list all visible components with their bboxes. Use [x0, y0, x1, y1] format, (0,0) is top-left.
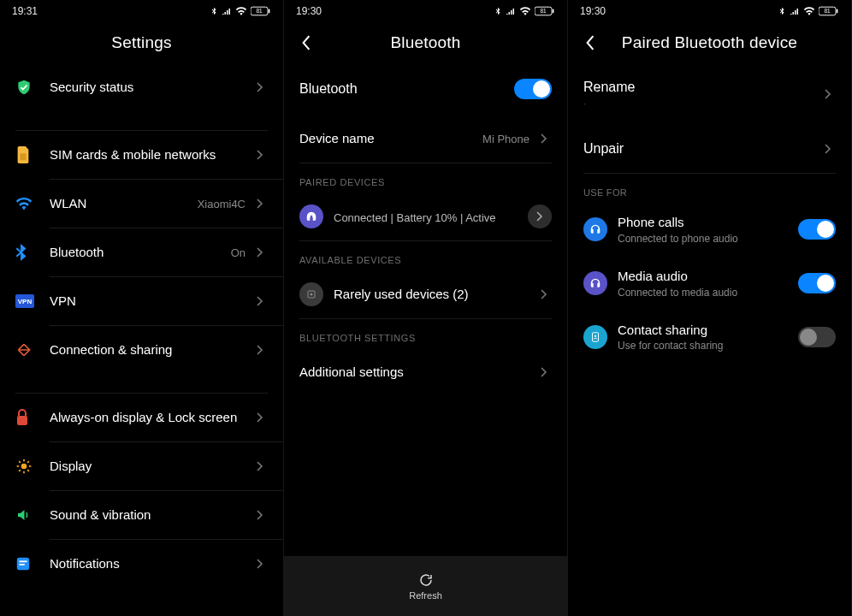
shield-icon	[15, 79, 33, 96]
sim-icon	[15, 146, 31, 163]
sound-row[interactable]: Sound & vibration	[0, 491, 283, 539]
svg-rect-15	[20, 560, 27, 562]
device-settings-button[interactable]	[528, 204, 552, 228]
wifi-icon	[519, 7, 531, 15]
svg-rect-1	[269, 9, 270, 14]
paired-header: Paired Bluetooth device	[568, 22, 851, 63]
svg-text:81: 81	[540, 8, 547, 14]
bluetooth-header: Bluetooth	[284, 22, 567, 63]
bluetooth-icon	[15, 244, 27, 261]
security-status-row[interactable]: Security status	[0, 63, 283, 111]
status-bar: 19:31 81	[0, 0, 283, 22]
status-icons: 81	[210, 6, 271, 16]
available-devices-section: AVAILABLE DEVICES	[284, 241, 567, 270]
status-time: 19:30	[580, 5, 606, 17]
additional-settings-row[interactable]: Additional settings	[284, 348, 567, 396]
bluetooth-list: Bluetooth Device name Mi Phone PAIRED DE…	[284, 63, 567, 556]
chevron-right-icon	[257, 247, 263, 258]
chevron-right-icon	[536, 211, 543, 222]
bluetooth-toggle[interactable]	[514, 79, 552, 99]
paired-device-row[interactable]: Connected | Battery 10% | Active	[284, 192, 567, 240]
contact-sharing-toggle[interactable]	[798, 327, 836, 347]
vpn-icon: VPN	[15, 294, 34, 308]
sim-cards-row[interactable]: SIM cards & mobile networks	[0, 131, 283, 179]
svg-point-5	[21, 464, 27, 470]
headphones-icon	[299, 204, 323, 228]
chevron-right-icon	[257, 82, 263, 92]
chevron-right-icon	[257, 345, 263, 355]
chevron-right-icon	[257, 412, 263, 423]
battery-icon: 81	[251, 6, 271, 16]
bluetooth-row[interactable]: Bluetooth On	[0, 228, 283, 276]
lock-icon	[15, 409, 29, 426]
bluetooth-status-icon	[494, 7, 502, 15]
unpair-row[interactable]: Unpair	[568, 125, 851, 173]
chevron-right-icon	[257, 510, 263, 520]
settings-screen: 19:31 81 Settings Security status SIM ca…	[0, 0, 284, 616]
use-for-section: USE FOR	[568, 174, 851, 203]
wlan-row[interactable]: WLAN Xiaomi4C	[0, 180, 283, 228]
svg-rect-4	[17, 416, 27, 425]
svg-rect-16	[20, 564, 25, 566]
media-audio-row[interactable]: Media audio Connected to media audio	[568, 257, 851, 311]
rarely-used-row[interactable]: Rarely used devices (2)	[284, 270, 567, 318]
bluetooth-status-icon	[778, 7, 786, 15]
svg-line-12	[19, 470, 21, 471]
chevron-right-icon	[257, 296, 263, 306]
status-bar: 19:30 81	[568, 0, 851, 22]
phone-calls-toggle[interactable]	[798, 219, 836, 240]
wifi-icon	[803, 7, 815, 15]
chevron-left-icon	[301, 35, 311, 50]
battery-icon: 81	[819, 6, 839, 16]
chevron-right-icon	[257, 461, 263, 471]
vpn-row[interactable]: VPN VPN	[0, 277, 283, 325]
svg-line-10	[19, 461, 21, 463]
svg-rect-3	[20, 153, 26, 160]
connection-sharing-row[interactable]: Connection & sharing	[0, 326, 283, 374]
status-icons: 81	[494, 6, 555, 16]
speaker-icon	[15, 507, 31, 523]
phone-icon	[583, 217, 607, 241]
chevron-right-icon	[541, 289, 547, 299]
svg-point-26	[595, 335, 596, 337]
chevron-right-icon	[257, 559, 263, 569]
battery-icon: 81	[535, 6, 555, 16]
contact-sharing-row[interactable]: Contact sharing Use for contact sharing	[568, 311, 851, 364]
page-title: Paired Bluetooth device	[622, 33, 797, 52]
notifications-row[interactable]: Notifications	[0, 540, 283, 588]
chevron-right-icon	[825, 89, 831, 99]
bluetooth-status-icon	[210, 7, 218, 15]
svg-text:81: 81	[256, 8, 263, 14]
paired-list: Rename · Unpair USE FOR Phone calls Conn…	[568, 63, 851, 616]
chevron-left-icon	[585, 35, 595, 50]
chevron-right-icon	[541, 367, 547, 377]
refresh-button[interactable]: Refresh	[284, 556, 567, 616]
phone-calls-row[interactable]: Phone calls Connected to phone audio	[568, 203, 851, 257]
bluetooth-settings-section: BLUETOOTH SETTINGS	[284, 319, 567, 348]
chevron-right-icon	[825, 144, 831, 154]
wifi-icon	[15, 197, 33, 210]
device-name-row[interactable]: Device name Mi Phone	[284, 115, 567, 163]
paired-device-screen: 19:30 81 Paired Bluetooth device Rename …	[568, 0, 852, 616]
back-button[interactable]	[580, 33, 601, 53]
svg-line-13	[27, 461, 29, 463]
paired-devices-section: PAIRED DEVICES	[284, 163, 567, 192]
settings-list: Security status SIM cards & mobile netwo…	[0, 63, 283, 616]
svg-line-11	[27, 470, 29, 471]
bluetooth-toggle-row[interactable]: Bluetooth	[284, 63, 567, 115]
status-time: 19:30	[296, 5, 322, 17]
display-row[interactable]: Display	[0, 442, 283, 490]
aod-lock-row[interactable]: Always-on display & Lock screen	[0, 394, 283, 441]
sun-icon	[15, 458, 33, 475]
media-audio-toggle[interactable]	[798, 273, 836, 293]
back-button[interactable]	[296, 33, 317, 53]
bluetooth-screen: 19:30 81 Bluetooth Bluetooth Device name…	[284, 0, 568, 616]
svg-point-21	[311, 293, 313, 296]
settings-header: Settings	[0, 22, 283, 63]
refresh-icon	[418, 572, 434, 588]
rename-row[interactable]: Rename ·	[568, 63, 851, 125]
contact-icon	[583, 325, 607, 349]
status-bar: 19:30 81	[284, 0, 567, 22]
archive-icon	[299, 282, 323, 306]
signal-icon	[790, 7, 800, 15]
